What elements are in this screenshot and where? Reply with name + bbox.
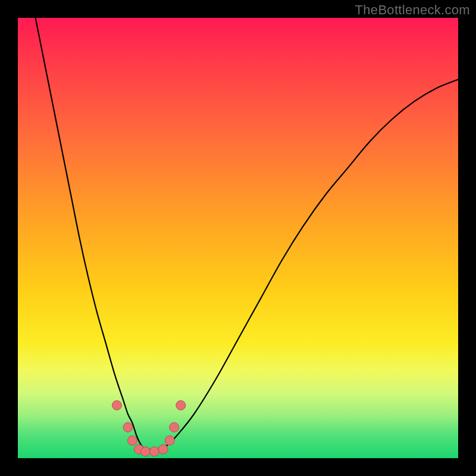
curve-markers <box>112 400 186 456</box>
curve-marker <box>176 400 186 410</box>
chart-frame: TheBottleneck.com <box>0 0 476 476</box>
curve-layer <box>18 18 458 458</box>
curve-marker <box>123 422 133 432</box>
curve-marker <box>149 447 159 456</box>
curve-marker <box>165 436 174 445</box>
curve-marker <box>170 422 179 432</box>
curve-marker <box>127 436 137 445</box>
curve-marker <box>141 447 151 456</box>
watermark-text: TheBottleneck.com <box>355 2 470 18</box>
curve-marker <box>112 400 122 410</box>
bottleneck-curve <box>36 18 458 450</box>
plot-area <box>18 18 458 458</box>
curve-marker <box>158 444 168 454</box>
